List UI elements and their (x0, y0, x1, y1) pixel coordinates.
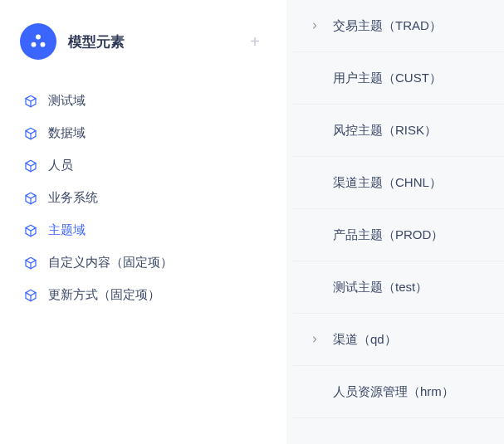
tree-item-label: 人员资源管理（hrm） (333, 384, 454, 400)
cube-icon (23, 94, 38, 109)
nav-item[interactable]: 人员 (20, 149, 267, 182)
nav-list: 测试域数据域人员业务系统主题域自定义内容（固定项）更新方式（固定项） (20, 85, 267, 311)
nav-item-label: 业务系统 (48, 190, 98, 206)
tree-item[interactable]: 风控主题（RISK） (293, 105, 504, 157)
nav-item-label: 人员 (48, 158, 73, 173)
tree-item[interactable]: 测试主题（test） (293, 261, 504, 314)
tree-item[interactable]: 用户主题（CUST） (293, 52, 504, 105)
svg-point-2 (41, 42, 46, 47)
tree-item-label: 渠道主题（CHNL） (333, 175, 442, 191)
plus-icon: + (250, 32, 260, 51)
cube-icon (23, 288, 38, 303)
tree-item-label: 用户主题（CUST） (333, 71, 442, 86)
cube-icon (23, 159, 38, 173)
cube-icon (23, 126, 38, 141)
modules-icon (20, 23, 56, 60)
nav-item[interactable]: 自定义内容（固定项） (20, 246, 267, 279)
tree-item[interactable]: 人员资源管理（hrm） (293, 366, 504, 418)
nav-item-label: 测试域 (48, 93, 86, 109)
tree-item-label: 产品主题（PROD） (333, 227, 443, 243)
tree-item-label: 风控主题（RISK） (333, 123, 437, 139)
tree-item[interactable]: 产品主题（PROD） (293, 209, 504, 261)
tree-item-label: 渠道（qd） (333, 332, 397, 348)
nav-item-label: 主题域 (48, 222, 86, 238)
cube-icon (23, 223, 38, 238)
chevron-right-icon (308, 19, 321, 32)
tree-item[interactable]: 渠道（qd） (293, 314, 504, 366)
nav-item[interactable]: 测试域 (20, 85, 267, 117)
cube-icon (23, 256, 38, 271)
tree-item-label: 测试主题（test） (333, 280, 428, 295)
nav-item[interactable]: 主题域 (20, 214, 267, 246)
add-element-button[interactable]: + (243, 30, 267, 53)
nav-item[interactable]: 数据域 (20, 117, 267, 149)
tree-list: 交易主题（TRAD）用户主题（CUST）风控主题（RISK）渠道主题（CHNL）… (293, 0, 504, 418)
svg-point-1 (32, 42, 37, 47)
nav-item[interactable]: 业务系统 (20, 182, 267, 214)
nav-item-label: 数据域 (48, 125, 86, 141)
tree-item[interactable]: 交易主题（TRAD） (293, 0, 504, 52)
nav-item-label: 自定义内容（固定项） (48, 255, 173, 271)
left-header: 模型元素 + (20, 23, 267, 60)
svg-point-0 (36, 35, 41, 40)
right-panel: 交易主题（TRAD）用户主题（CUST）风控主题（RISK）渠道主题（CHNL）… (286, 0, 504, 444)
left-panel: 模型元素 + 测试域数据域人员业务系统主题域自定义内容（固定项）更新方式（固定项… (0, 0, 286, 444)
chevron-right-icon (308, 333, 321, 346)
left-panel-title: 模型元素 (68, 32, 232, 51)
tree-item[interactable]: 渠道主题（CHNL） (293, 157, 504, 209)
cube-icon (23, 191, 38, 206)
tree-item-label: 交易主题（TRAD） (333, 18, 442, 34)
nav-item[interactable]: 更新方式（固定项） (20, 279, 267, 311)
nav-item-label: 更新方式（固定项） (48, 287, 160, 303)
